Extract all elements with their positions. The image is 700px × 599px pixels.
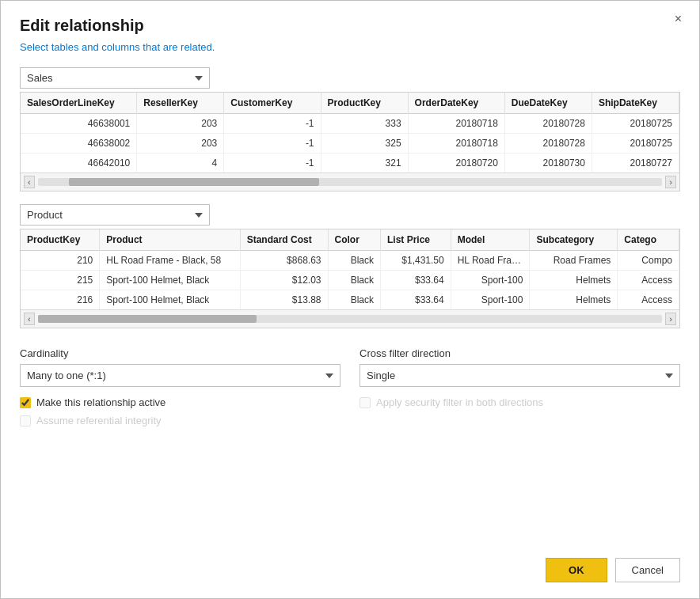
table-row: 46638001203-1333201807182018072820180725 xyxy=(21,114,679,134)
table-cell: 20180718 xyxy=(408,114,504,134)
table-cell: HL Road Frame - Black, 58 xyxy=(100,251,240,271)
table-cell: Compo xyxy=(618,251,679,271)
cardinality-label: Cardinality xyxy=(20,347,340,359)
table-cell: Helmets xyxy=(530,290,618,310)
product-scroll-left[interactable]: ‹ xyxy=(24,313,35,325)
table-cell: 210 xyxy=(21,251,100,271)
table-row: 215Sport-100 Helmet, Black$12.03Black$33… xyxy=(21,271,679,290)
table-cell: 203 xyxy=(137,114,224,134)
table-cell: Black xyxy=(328,251,381,271)
table-row: 216Sport-100 Helmet, Black$13.88Black$33… xyxy=(21,290,679,310)
cardinality-group: Cardinality Many to one (*:1) One to one… xyxy=(20,347,340,387)
cancel-button[interactable]: Cancel xyxy=(615,558,680,582)
table-cell: 203 xyxy=(137,134,224,154)
sales-table-header-row: SalesOrderLineKey ResellerKey CustomerKe… xyxy=(21,93,679,114)
cardinality-dropdown[interactable]: Many to one (*:1) One to one (1:1) One t… xyxy=(20,364,340,387)
table-row: 46638002203-1325201807182018072820180725 xyxy=(21,134,679,154)
table-cell: 20180720 xyxy=(408,154,504,173)
sales-scroll-right[interactable]: › xyxy=(665,176,676,188)
product-col-header-4: Color xyxy=(328,229,381,251)
two-col-options: Make this relationship active Assume ref… xyxy=(20,396,680,433)
sales-col-header-5: OrderDateKey xyxy=(408,93,504,114)
table-cell: Helmets xyxy=(530,271,618,290)
referential-integrity-label: Assume referential integrity xyxy=(36,415,162,427)
bottom-section: Cardinality Many to one (*:1) One to one… xyxy=(20,347,680,545)
table-cell: 20180727 xyxy=(592,154,679,173)
sales-table-wrapper: SalesOrderLineKey ResellerKey CustomerKe… xyxy=(20,92,680,191)
table-cell: $33.64 xyxy=(381,290,451,310)
dialog-subtitle: Select tables and columns that are relat… xyxy=(20,41,680,53)
crossfilter-dropdown[interactable]: Single Both xyxy=(360,364,680,387)
table-cell: Access xyxy=(618,271,679,290)
product-scroll-right[interactable]: › xyxy=(665,313,676,325)
product-table-header-row: ProductKey Product Standard Cost Color L… xyxy=(21,229,679,251)
table-cell: Sport-100 Helmet, Black xyxy=(100,290,240,310)
table-cell: -1 xyxy=(224,154,321,173)
edit-relationship-dialog: × Edit relationship Select tables and co… xyxy=(0,0,700,599)
dialog-footer: OK Cancel xyxy=(20,545,680,582)
product-col-header-8: Catego xyxy=(618,229,679,251)
sales-col-header-2: ResellerKey xyxy=(137,93,224,114)
table-cell: Access xyxy=(618,290,679,310)
table-cell: 20180718 xyxy=(408,134,504,154)
table-cell: 4 xyxy=(137,154,224,173)
table-cell: $13.88 xyxy=(240,290,328,310)
table-cell: 321 xyxy=(321,154,408,173)
table-cell: 20180728 xyxy=(504,134,592,154)
sales-table-dropdown[interactable]: Sales xyxy=(20,67,210,89)
table-cell: 20180725 xyxy=(592,134,679,154)
product-table-wrapper: ProductKey Product Standard Cost Color L… xyxy=(20,229,680,328)
table-cell: -1 xyxy=(224,134,321,154)
product-col-header-2: Product xyxy=(100,229,240,251)
product-table-dropdown[interactable]: Product xyxy=(20,204,210,226)
product-scroll-track[interactable] xyxy=(38,315,663,323)
crossfilter-group: Cross filter direction Single Both xyxy=(360,347,680,387)
product-col-header-3: Standard Cost xyxy=(240,229,328,251)
table-cell: $12.03 xyxy=(240,271,328,290)
table-cell: Sport-100 Helmet, Black xyxy=(100,271,240,290)
security-filter-label: Apply security filter in both directions xyxy=(376,396,543,408)
table-cell: 215 xyxy=(21,271,100,290)
table-cell: -1 xyxy=(224,114,321,134)
product-col-header-7: Subcategory xyxy=(530,229,618,251)
close-button[interactable]: × xyxy=(670,10,687,28)
table-row: 466420104-1321201807202018073020180727 xyxy=(21,154,679,173)
product-table-section: Product ProductKey Product Standard Cost… xyxy=(20,204,680,328)
table-cell: 20180730 xyxy=(504,154,592,173)
sales-scroll-left[interactable]: ‹ xyxy=(24,176,35,188)
product-col-header-5: List Price xyxy=(381,229,451,251)
make-active-row: Make this relationship active xyxy=(20,396,340,408)
table-cell: Sport-100 xyxy=(451,271,530,290)
right-options: Apply security filter in both directions xyxy=(360,396,680,433)
sales-col-header-1: SalesOrderLineKey xyxy=(21,93,137,114)
table-cell: 20180728 xyxy=(504,114,592,134)
sales-table-section: Sales SalesOrderLineKey ResellerKey Cust… xyxy=(20,67,680,191)
product-col-header-1: ProductKey xyxy=(21,229,100,251)
table-cell: $868.63 xyxy=(240,251,328,271)
table-cell: 333 xyxy=(321,114,408,134)
table-row: 210HL Road Frame - Black, 58$868.63Black… xyxy=(21,251,679,271)
table-cell: 20180725 xyxy=(592,114,679,134)
sales-col-header-6: DueDateKey xyxy=(504,93,592,114)
referential-integrity-row: Assume referential integrity xyxy=(20,415,340,427)
ok-button[interactable]: OK xyxy=(546,558,607,582)
table-cell: 325 xyxy=(321,134,408,154)
sales-scroll-track[interactable] xyxy=(38,178,663,186)
referential-integrity-checkbox[interactable] xyxy=(20,415,31,427)
table-cell: Black xyxy=(328,271,381,290)
security-filter-checkbox[interactable] xyxy=(360,397,371,408)
table-cell: 46642010 xyxy=(21,154,137,173)
table-cell: HL Road Frame xyxy=(451,251,530,271)
security-filter-row: Apply security filter in both directions xyxy=(360,396,680,408)
crossfilter-label: Cross filter direction xyxy=(360,347,680,359)
table-cell: $33.64 xyxy=(381,271,451,290)
table-cell: 46638001 xyxy=(21,114,137,134)
table-cell: $1,431.50 xyxy=(381,251,451,271)
table-cell: Sport-100 xyxy=(451,290,530,310)
product-scroll-bar: ‹ › xyxy=(21,309,679,328)
sales-data-table: SalesOrderLineKey ResellerKey CustomerKe… xyxy=(21,93,679,172)
table-cell: 46638002 xyxy=(21,134,137,154)
left-options: Make this relationship active Assume ref… xyxy=(20,396,340,433)
table-cell: 216 xyxy=(21,290,100,310)
make-active-checkbox[interactable] xyxy=(20,397,31,408)
